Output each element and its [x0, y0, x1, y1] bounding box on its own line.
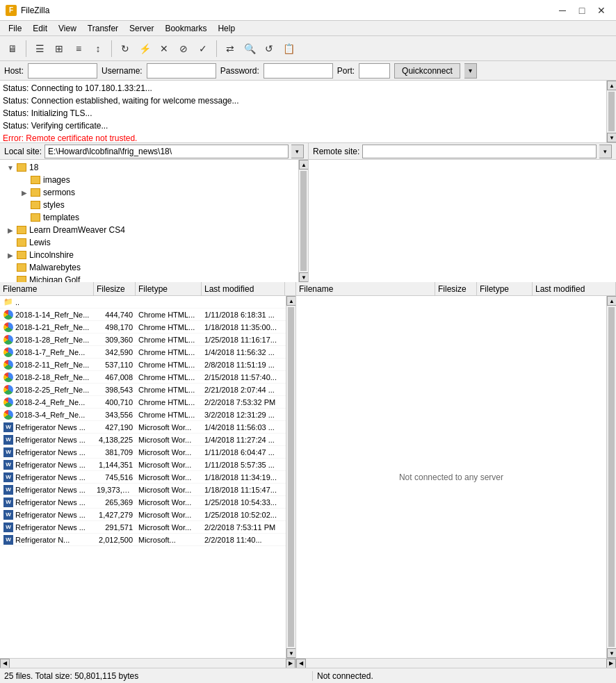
- local-h-scrollbar[interactable]: ◀ ▶: [0, 658, 295, 668]
- menu-item-view[interactable]: View: [53, 22, 82, 35]
- menu-item-bookmarks[interactable]: Bookmarks: [159, 22, 212, 35]
- h-scroll-track[interactable]: [10, 659, 286, 668]
- file-row[interactable]: 2018-2-11_Refr_Ne...537,110Chrome HTML..…: [0, 359, 286, 371]
- tree-expand-icon[interactable]: [19, 175, 29, 185]
- file-row[interactable]: 2018-1-28_Refr_Ne...309,360Chrome HTML..…: [0, 334, 286, 346]
- toolbar-sortmgr-button[interactable]: ↕: [88, 39, 108, 58]
- tree-item[interactable]: Lewis: [0, 236, 298, 249]
- file-row[interactable]: WRefrigerator N...2,012,500Microsoft...2…: [0, 534, 286, 546]
- tree-expand-icon[interactable]: [6, 275, 15, 282]
- file-row[interactable]: WRefrigerator News ...265,369Microsoft W…: [0, 496, 286, 509]
- toolbar-sync-button[interactable]: ⇄: [220, 39, 240, 58]
- remote-site-dropdown[interactable]: ▾: [599, 145, 612, 158]
- scroll-thumb[interactable]: [608, 92, 615, 131]
- tree-item[interactable]: Michigan Golf: [0, 274, 298, 282]
- file-row[interactable]: 📁..: [0, 296, 286, 308]
- toolbar-cancel-button[interactable]: ⊘: [174, 39, 193, 58]
- menu-item-transfer[interactable]: Transfer: [82, 22, 124, 35]
- file-row[interactable]: 2018-1-7_Refr_Ne...342,590Chrome HTML...…: [0, 346, 286, 359]
- file-row[interactable]: WRefrigerator News ...427,190Microsoft W…: [0, 421, 286, 434]
- col-header-filetype[interactable]: Filetype: [136, 282, 202, 295]
- scroll-thumb[interactable]: [608, 307, 615, 647]
- tree-item[interactable]: Malwarebytes: [0, 261, 298, 274]
- file-row[interactable]: WRefrigerator News ...291,571Microsoft W…: [0, 521, 286, 534]
- col-header-filesize[interactable]: Filesize: [94, 282, 136, 295]
- scroll-left-arrow[interactable]: ◀: [296, 659, 306, 668]
- toolbar-new-button[interactable]: 🖥: [3, 39, 22, 58]
- h-scroll-track[interactable]: [306, 659, 606, 668]
- local-files-scrollbar[interactable]: ▲ ▼: [286, 296, 295, 658]
- tree-expand-icon[interactable]: [6, 263, 15, 272]
- toolbar-search-button[interactable]: 🔍: [240, 39, 259, 58]
- menu-item-file[interactable]: File: [3, 22, 27, 35]
- scroll-left-arrow[interactable]: ◀: [0, 659, 10, 668]
- menu-item-help[interactable]: Help: [212, 22, 241, 35]
- scroll-down-arrow[interactable]: ▼: [299, 272, 308, 282]
- close-button[interactable]: ✕: [592, 3, 610, 17]
- file-row[interactable]: WRefrigerator News ...4,138,225Microsoft…: [0, 434, 286, 446]
- local-site-dropdown[interactable]: ▾: [291, 145, 304, 158]
- tree-item[interactable]: ▼18: [0, 161, 298, 174]
- file-row[interactable]: WRefrigerator News ...1,427,279Microsoft…: [0, 509, 286, 521]
- status-scrollbar[interactable]: ▲▼: [606, 81, 616, 142]
- toolbar-detail-button[interactable]: ≡: [69, 39, 88, 58]
- tree-item[interactable]: templates: [0, 211, 298, 224]
- tree-expand-icon[interactable]: ▼: [6, 163, 15, 172]
- toolbar-log-button[interactable]: 📋: [279, 39, 298, 58]
- toolbar-list-button[interactable]: ☰: [30, 39, 49, 58]
- scroll-right-arrow[interactable]: ▶: [286, 659, 295, 668]
- scroll-right-arrow[interactable]: ▶: [606, 659, 616, 668]
- toolbar-refresh-button[interactable]: ↻: [115, 39, 135, 58]
- tree-expand-icon[interactable]: ▶: [6, 250, 15, 260]
- menu-item-server[interactable]: Server: [124, 22, 159, 35]
- tree-item[interactable]: images: [0, 174, 298, 186]
- toolbar-dir-button[interactable]: ↺: [259, 39, 279, 58]
- scroll-down-icon[interactable]: ▼: [286, 648, 295, 658]
- toolbar-filter-button[interactable]: ⚡: [135, 39, 154, 58]
- toolbar-stop-button[interactable]: ✕: [154, 39, 174, 58]
- minimize-button[interactable]: ─: [553, 3, 572, 17]
- file-row[interactable]: WRefrigerator News ...381,709Microsoft W…: [0, 446, 286, 459]
- file-row[interactable]: 2018-2-18_Refr_Ne...467,008Chrome HTML..…: [0, 371, 286, 384]
- tree-expand-icon[interactable]: ▶: [6, 225, 15, 235]
- tree-item[interactable]: styles: [0, 199, 298, 211]
- tree-expand-icon[interactable]: [6, 238, 15, 247]
- col-header-filename[interactable]: Filename: [296, 282, 435, 295]
- file-row[interactable]: 2018-3-4_Refr_Ne...343,556Chrome HTML...…: [0, 409, 286, 421]
- tree-item[interactable]: ▶Lincolnshire: [0, 249, 298, 261]
- password-input[interactable]: [264, 63, 333, 79]
- col-header-filename[interactable]: Filename: [0, 282, 94, 295]
- local-tree-scrollbar[interactable]: ▲ ▼: [298, 160, 308, 282]
- tree-expand-icon[interactable]: ▶: [19, 188, 29, 197]
- col-header-last-modified[interactable]: Last modified: [533, 282, 616, 295]
- tree-item[interactable]: ▶sermons: [0, 186, 298, 199]
- col-header-last-modified[interactable]: Last modified: [202, 282, 285, 295]
- scroll-thumb[interactable]: [288, 307, 294, 647]
- scroll-up-arrow[interactable]: ▲: [299, 160, 308, 170]
- scroll-up-icon[interactable]: ▲: [607, 296, 616, 306]
- file-row[interactable]: WRefrigerator News ...745,516Microsoft W…: [0, 471, 286, 484]
- tree-expand-icon[interactable]: [19, 213, 29, 222]
- scroll-thumb[interactable]: [300, 171, 307, 271]
- remote-files-scrollbar[interactable]: ▲ ▼: [606, 296, 616, 658]
- tree-item[interactable]: ▶Learn DreamWeaver CS4: [0, 224, 298, 236]
- remote-h-scrollbar[interactable]: ◀ ▶: [296, 658, 616, 668]
- port-input[interactable]: [359, 63, 390, 79]
- local-site-path[interactable]: [44, 145, 289, 158]
- col-header-filetype[interactable]: Filetype: [477, 282, 533, 295]
- quickconnect-button[interactable]: Quickconnect: [394, 63, 460, 79]
- file-row[interactable]: WRefrigerator News ...1,144,351Microsoft…: [0, 459, 286, 471]
- file-row[interactable]: 2018-2-25_Refr_Ne...398,543Chrome HTML..…: [0, 384, 286, 396]
- toolbar-queue-button[interactable]: ✓: [193, 39, 213, 58]
- quickconnect-dropdown[interactable]: ▾: [464, 63, 477, 79]
- username-input[interactable]: [147, 63, 216, 79]
- scroll-down-icon[interactable]: ▼: [607, 648, 616, 658]
- scroll-up-icon[interactable]: ▲: [286, 296, 295, 306]
- maximize-button[interactable]: □: [573, 3, 591, 17]
- remote-site-path[interactable]: [362, 145, 597, 158]
- col-header-filesize[interactable]: Filesize: [435, 282, 477, 295]
- toolbar-icon-button[interactable]: ⊞: [49, 39, 69, 58]
- file-row[interactable]: 2018-2-4_Refr_Ne...400,710Chrome HTML...…: [0, 396, 286, 409]
- file-row[interactable]: WRefrigerator News ...19,373,932Microsof…: [0, 484, 286, 496]
- file-row[interactable]: 2018-1-21_Refr_Ne...498,170Chrome HTML..…: [0, 321, 286, 334]
